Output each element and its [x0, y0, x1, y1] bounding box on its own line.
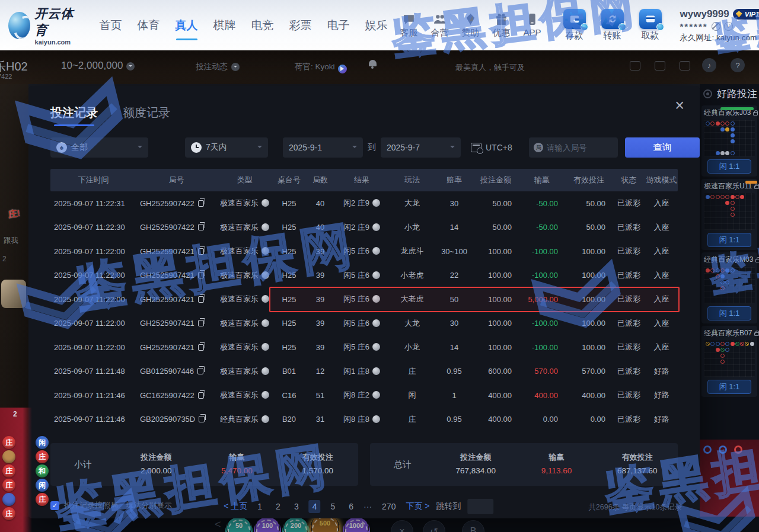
nav-item-首页[interactable]: 首页 — [93, 12, 129, 39]
bell-icon[interactable] — [369, 60, 377, 66]
period-select[interactable]: 7天内 — [185, 137, 268, 158]
tab-额度记录[interactable]: 额度记录 — [123, 105, 170, 126]
wallet-link-转账[interactable]: 转账 — [597, 9, 628, 41]
road-dot — [731, 342, 735, 346]
gear-icon[interactable] — [703, 89, 712, 98]
nav-item-彩票[interactable]: 彩票 — [283, 12, 318, 39]
user-info[interactable]: wywy9999 VIP10 ****** V 永久网址: kaiyun.com — [680, 8, 759, 43]
round-search-input[interactable] — [547, 143, 613, 152]
v-circle-icon[interactable]: V — [724, 22, 733, 31]
road-card[interactable]: 经典百家乐M03闲 1:1 — [701, 252, 757, 323]
page-270[interactable]: 270 — [378, 500, 399, 513]
cell-table: B01 — [273, 367, 305, 376]
bead-闲: 闲 — [36, 479, 49, 492]
subtotal-label: 小计 — [50, 459, 116, 470]
road-grid — [704, 193, 755, 230]
help-icon[interactable]: ? — [731, 58, 745, 72]
copy-icon[interactable] — [197, 368, 203, 374]
cell-table: H25 — [273, 199, 305, 208]
mute-icon[interactable]: ♪ — [702, 58, 716, 72]
nav-item-娱乐[interactable]: 娱乐 — [359, 12, 394, 39]
table-row[interactable]: 2025-09-07 11:22:00GH2525907421极速百家乐H253… — [50, 335, 678, 360]
cell-play: 庄 — [388, 414, 436, 425]
road-card[interactable]: 经典百家乐B07闲 1:1 — [701, 326, 757, 397]
page-4[interactable]: 4 — [309, 500, 321, 513]
display-mode-checkbox[interactable]: ✓ — [50, 501, 59, 510]
prev-page-link[interactable]: < 上页 — [224, 501, 247, 512]
quick-link-APP[interactable]: APP — [518, 12, 547, 39]
table-row[interactable]: 2025-09-07 11:22:00GH2525907421极速百家乐H253… — [50, 239, 678, 264]
cell-round: 51 — [305, 391, 335, 400]
nav-item-真人[interactable]: 真人 — [169, 12, 205, 39]
table-row[interactable]: 2025-09-07 11:21:46GB202590735D经典百家乐B203… — [50, 408, 678, 432]
bet-button[interactable]: 闲 1:1 — [707, 233, 751, 247]
phone-icon — [518, 12, 547, 27]
filter-bar: ♠ 全部 7天内 2025-9-1 到 2025-9-7 UTC+8 局 查询 — [50, 137, 678, 158]
copy-icon[interactable] — [198, 248, 204, 255]
page-2[interactable]: 2 — [272, 500, 284, 513]
table-limits[interactable]: 10~2,000,000 — [61, 60, 135, 72]
grid-icon[interactable] — [655, 61, 665, 70]
cell-mode: 入座 — [645, 270, 678, 281]
copy-icon[interactable] — [198, 344, 204, 351]
table-row[interactable]: 2025-09-07 11:22:00GH2525907421极速百家乐H253… — [50, 287, 678, 312]
player-ring-icon — [719, 446, 727, 454]
copy-icon[interactable] — [198, 320, 204, 326]
copy-icon[interactable] — [198, 224, 204, 230]
quick-link-合营[interactable]: 合营 — [425, 12, 455, 39]
date-from-select[interactable]: 2025-9-1 — [283, 137, 363, 158]
bet-button[interactable]: 闲 1:1 — [707, 306, 751, 321]
copy-icon[interactable] — [198, 272, 204, 278]
query-button[interactable]: 查询 — [625, 137, 700, 158]
wallet-link-取款[interactable]: 取款 — [635, 9, 666, 41]
copy-icon[interactable] — [198, 200, 204, 207]
page-3[interactable]: 3 — [291, 500, 302, 513]
table-row[interactable]: 2025-09-07 11:21:46GC1625907422极速百家乐C165… — [50, 383, 678, 408]
quick-link-赞助[interactable]: 赞助 — [456, 12, 486, 39]
tab-投注记录[interactable]: 投注记录 — [50, 105, 98, 126]
nav-item-电子[interactable]: 电子 — [321, 12, 356, 39]
road-card[interactable]: 经典百家乐J03闲 1:1 — [701, 105, 757, 177]
table-row[interactable]: 2025-09-07 11:22:30GH2525907422极速百家乐H254… — [50, 216, 678, 240]
road-grid — [704, 340, 755, 377]
table-row[interactable]: 2025-09-07 11:22:00GH2525907421极速百家乐H253… — [50, 312, 678, 336]
table-row[interactable]: 2025-09-07 11:22:31GH2525907422极速百家乐H254… — [50, 191, 678, 216]
nav-item-棋牌[interactable]: 棋牌 — [207, 12, 243, 39]
jump-to-input[interactable] — [468, 499, 494, 514]
feed-label[interactable]: 投注动态 — [196, 62, 240, 72]
copy-icon[interactable] — [199, 416, 205, 422]
column-header: 有效投注 — [565, 175, 613, 185]
game-type-select[interactable]: ♠ 全部 — [50, 137, 148, 158]
table-row[interactable]: 2025-09-07 11:22:00GH2525907421极速百家乐H253… — [50, 264, 678, 288]
close-icon[interactable]: × — [675, 98, 684, 114]
bet-button[interactable]: 闲 1:1 — [707, 380, 751, 394]
panel-icon[interactable] — [630, 61, 640, 70]
subtotal-winloss: 5,470.00 — [196, 464, 277, 478]
play-icon[interactable] — [338, 65, 347, 73]
page-5[interactable]: 5 — [327, 500, 339, 513]
nav-item-体育[interactable]: 体育 — [131, 12, 167, 39]
copy-icon[interactable] — [198, 392, 204, 399]
page-1[interactable]: 1 — [254, 500, 266, 513]
nav-item-电竞[interactable]: 电竞 — [245, 12, 280, 39]
quick-link-客服[interactable]: 客服 — [394, 12, 424, 39]
cell-time: 2025-09-07 11:21:46 — [50, 391, 136, 400]
date-to-select[interactable]: 2025-9-7 — [381, 137, 461, 158]
bet-button[interactable]: 闲 1:1 — [707, 159, 751, 174]
road-card[interactable]: 极速百家乐U11闲 1:1 — [701, 179, 757, 250]
cell-winloss: -100.00 — [519, 271, 565, 280]
wallet-link-存款[interactable]: 存款 — [559, 9, 590, 41]
cell-winloss: 570.00 — [519, 367, 565, 376]
dealer-sticker — [1, 280, 26, 308]
game-type-icon — [261, 391, 269, 399]
site-logo[interactable]: 开云体育 kaiyun.com — [8, 5, 76, 46]
quick-link-优惠[interactable]: 优惠 — [487, 12, 516, 39]
next-page-link[interactable]: 下页 > — [406, 501, 429, 512]
page-6[interactable]: 6 — [345, 500, 357, 513]
copy-icon[interactable] — [198, 296, 204, 303]
fullscreen-icon[interactable] — [680, 61, 690, 70]
chips-left-arrow[interactable]: < — [215, 518, 221, 531]
eye-slash-icon[interactable] — [712, 22, 720, 31]
cell-game-type: 极速百家乐 — [216, 342, 273, 352]
table-row[interactable]: 2025-09-07 11:21:48GB0125907446极速百家乐B011… — [50, 360, 678, 384]
